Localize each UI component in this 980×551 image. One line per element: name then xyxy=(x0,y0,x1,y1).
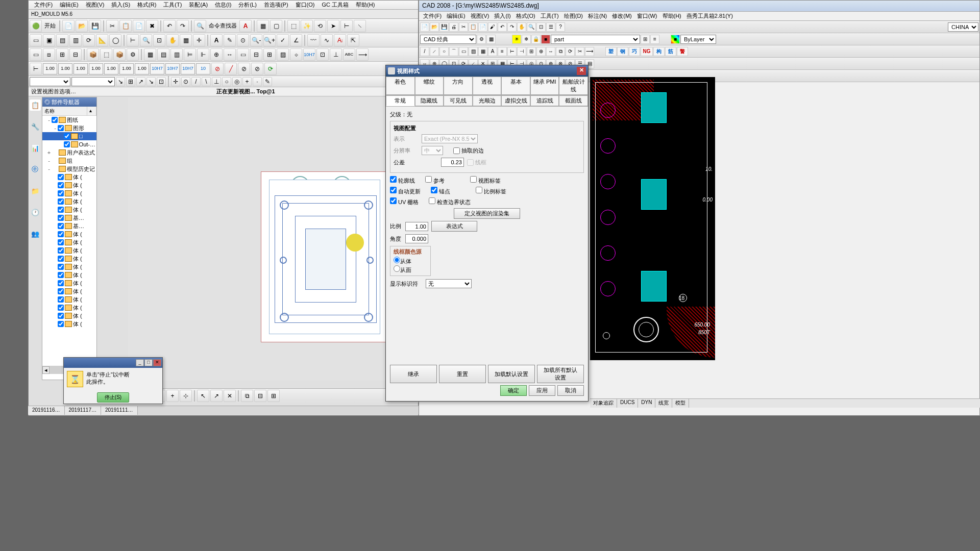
spline-icon[interactable]: ∿ xyxy=(321,34,333,46)
acad-menu-view[interactable]: 视图(V) xyxy=(469,12,492,20)
tree-node[interactable]: 体 ( xyxy=(42,230,96,238)
bt-copy-icon[interactable]: ⧉ xyxy=(241,390,253,402)
close-icon[interactable]: ✕ xyxy=(153,359,161,366)
angle-icon[interactable]: ∠ xyxy=(290,34,302,46)
undo-icon[interactable]: ↶ xyxy=(163,20,176,32)
text-icon[interactable]: A xyxy=(210,34,223,46)
tree-node[interactable]: -图纸 xyxy=(42,116,96,124)
menu-edit[interactable]: 编辑(E) xyxy=(57,0,82,10)
tree-node[interactable]: 体 ( xyxy=(42,304,96,312)
tab-trace[interactable]: 追踪线 xyxy=(530,95,559,106)
acad-line-icon[interactable]: / xyxy=(420,47,429,56)
acad-copy-icon[interactable]: 📋 xyxy=(469,22,478,32)
menu-prefs[interactable]: 首选项(P) xyxy=(261,0,291,10)
tree-node[interactable]: 基… xyxy=(42,214,96,222)
snap5-icon[interactable]: ⊡ xyxy=(157,77,166,86)
note-icon[interactable]: ✎ xyxy=(224,34,236,46)
load-all-default-button[interactable]: 加载所有默认设置 xyxy=(537,365,584,383)
dim-8[interactable]: 10H7 xyxy=(150,63,164,74)
acad-undo-icon[interactable]: ↶ xyxy=(498,22,507,32)
nav-tree[interactable]: -图纸-图形□Out-…+用户表达式-组-模型历史记体 (体 (体 (体 (体 … xyxy=(42,116,96,366)
pt8-icon[interactable]: + xyxy=(242,77,252,86)
bt-mirror-icon[interactable]: ⊟ xyxy=(254,390,266,402)
marker-select[interactable]: 无 xyxy=(426,279,472,288)
acad-pline-icon[interactable]: ⟋ xyxy=(430,47,439,56)
symbol-icon[interactable]: ⊕ xyxy=(210,48,223,61)
layer4-icon[interactable]: ⊟ xyxy=(69,48,82,61)
pt4-icon[interactable]: \ xyxy=(202,77,211,86)
line-icon[interactable]: ⟍ xyxy=(354,20,366,32)
acad-insert-icon[interactable]: ⊕ xyxy=(536,47,546,56)
acad-arc-icon[interactable]: ⌒ xyxy=(449,47,458,56)
viewlabel-checkbox[interactable] xyxy=(470,176,477,183)
acad-ws2-icon[interactable]: ▦ xyxy=(486,35,496,44)
acad-save-icon[interactable]: 💾 xyxy=(439,22,449,32)
from-body-radio[interactable] xyxy=(394,257,400,263)
tab-hidden[interactable]: 隐藏线 xyxy=(415,95,444,106)
tree-node[interactable]: 体 ( xyxy=(42,238,96,246)
acad-trim-icon[interactable]: ✂ xyxy=(575,47,584,56)
acad-mtext-icon[interactable]: ≡ xyxy=(498,47,507,56)
dimcirc2-icon[interactable]: ⊘ xyxy=(251,63,263,75)
acad-bylayer-color-icon[interactable]: ■ xyxy=(671,35,680,44)
rotate-icon[interactable]: ⟳ xyxy=(83,34,95,46)
acad-bylayer-combo[interactable]: ByLayer xyxy=(680,35,716,44)
ok-button[interactable]: 确定 xyxy=(500,385,527,396)
tab-basic[interactable]: 基本 xyxy=(501,77,530,95)
acad-freeze-icon[interactable]: ❄ xyxy=(522,35,531,44)
acad-pan-icon[interactable]: ✋ xyxy=(517,22,526,32)
acad-canvas[interactable]: 10. 0.00 650.00 850T 18 xyxy=(590,77,715,360)
boundary-checkbox[interactable] xyxy=(429,197,435,204)
tab-smooth[interactable]: 光顺边 xyxy=(473,95,502,106)
status-tab-3[interactable]: 20191111… xyxy=(101,406,138,415)
pt7-icon[interactable]: ◎ xyxy=(232,77,241,86)
acad-dimstyle-combo[interactable]: CHINA xyxy=(948,22,978,32)
tree-node[interactable]: 体 ( xyxy=(42,246,96,255)
save-icon[interactable]: 💾 xyxy=(89,20,101,32)
asm4-icon[interactable]: ⚙ xyxy=(127,48,139,61)
uvgrid-checkbox[interactable] xyxy=(390,197,397,204)
acad-rect-icon[interactable]: ▭ xyxy=(459,47,468,56)
layer2-icon[interactable]: ⧈ xyxy=(43,48,55,61)
acad-redo-icon[interactable]: ↷ xyxy=(507,22,517,32)
dim-4[interactable]: 1.00 xyxy=(89,63,103,74)
extract-edges-checkbox[interactable] xyxy=(453,147,460,154)
check-icon[interactable]: ✓ xyxy=(277,34,289,46)
acad-menu-edit[interactable]: 编辑(E) xyxy=(445,12,468,20)
tree-node[interactable]: 体 ( xyxy=(42,189,96,197)
tree-node[interactable]: 体 ( xyxy=(42,255,96,263)
apply-button[interactable]: 应用 xyxy=(529,385,555,396)
rb-roles-icon[interactable]: 👥 xyxy=(30,228,41,239)
rb-asm-icon[interactable]: 🔧 xyxy=(30,121,41,132)
pt9-icon[interactable]: · xyxy=(253,77,262,86)
stop-button[interactable]: 停止(S) xyxy=(97,392,129,403)
export2-icon[interactable]: ⟶ xyxy=(356,48,369,61)
bt-sel3-icon[interactable]: ✕ xyxy=(224,390,236,402)
tree-node[interactable]: 体 ( xyxy=(42,312,96,320)
tree-node[interactable]: □ xyxy=(42,132,96,140)
acad-lock-icon[interactable]: 🔒 xyxy=(531,35,541,44)
reset-button[interactable]: 重置 xyxy=(439,365,486,383)
inherit-button[interactable]: 继承 xyxy=(390,365,437,383)
view1-icon[interactable]: ▣ xyxy=(43,34,55,46)
acad-menu-help[interactable]: 帮助(H) xyxy=(660,12,683,20)
pt3-icon[interactable]: / xyxy=(191,77,201,86)
menu-tools[interactable]: 工具(T) xyxy=(160,0,185,10)
acad-new-icon[interactable]: 📄 xyxy=(420,22,429,32)
tab-inherit-pmi[interactable]: 继承 PMI xyxy=(530,77,559,95)
acad-dim2-icon[interactable]: ⊣ xyxy=(517,47,526,56)
weld-icon[interactable]: ⟐ xyxy=(290,48,302,61)
rb-constr-icon[interactable]: 📊 xyxy=(30,142,41,154)
tab-visible[interactable]: 可见线 xyxy=(444,95,473,106)
acad-menu-draw[interactable]: 绘图(D) xyxy=(562,12,585,20)
curve-icon[interactable]: 〰 xyxy=(307,34,320,46)
rb-reuse-icon[interactable]: 📁 xyxy=(30,185,41,196)
dimred-icon[interactable]: ⊘ xyxy=(211,63,224,75)
tab-orientation[interactable]: 方向 xyxy=(444,77,473,95)
tree-node[interactable]: Out-… xyxy=(42,140,96,148)
font-icon[interactable]: A xyxy=(239,20,252,32)
acad-ws1-icon[interactable]: ⚙ xyxy=(477,35,486,44)
acad-props-icon[interactable]: ☰ xyxy=(546,22,555,32)
rb-history-icon[interactable]: 🕐 xyxy=(30,207,41,218)
acad-text-icon[interactable]: A xyxy=(488,47,497,56)
